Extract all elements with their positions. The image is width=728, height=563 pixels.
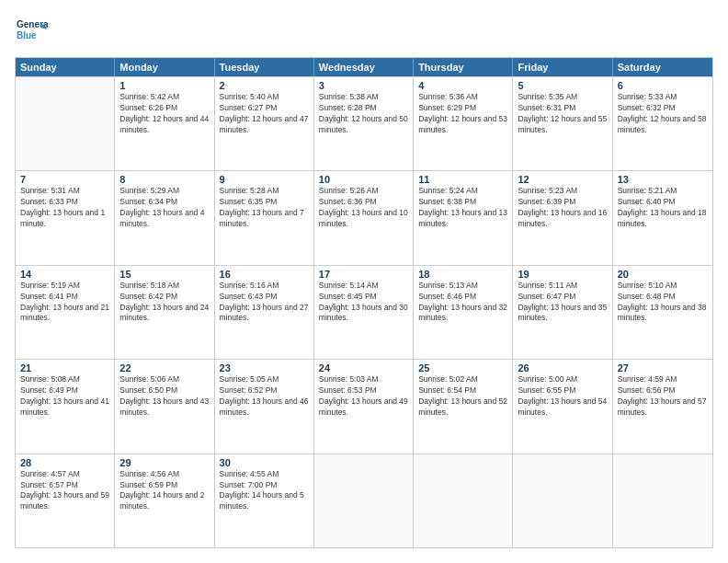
day-header-monday: Monday xyxy=(115,58,214,76)
day-cell-2: 2Sunrise: 5:40 AMSunset: 6:27 PMDaylight… xyxy=(215,77,314,170)
day-number: 25 xyxy=(418,362,507,373)
day-info: Sunrise: 5:42 AMSunset: 6:26 PMDaylight:… xyxy=(119,92,209,136)
day-info: Sunrise: 5:38 AMSunset: 6:28 PMDaylight:… xyxy=(319,92,408,136)
day-cell-12: 12Sunrise: 5:23 AMSunset: 6:39 PMDayligh… xyxy=(513,171,612,264)
day-header-wednesday: Wednesday xyxy=(314,58,414,76)
day-header-thursday: Thursday xyxy=(414,58,513,76)
day-cell-26: 26Sunrise: 5:00 AMSunset: 6:55 PMDayligh… xyxy=(513,360,612,453)
calendar-week-3: 21Sunrise: 5:08 AMSunset: 6:49 PMDayligh… xyxy=(16,359,712,453)
day-number: 8 xyxy=(119,174,209,185)
day-number: 24 xyxy=(319,362,408,373)
day-number: 6 xyxy=(618,80,708,91)
day-cell-6: 6Sunrise: 5:33 AMSunset: 6:32 PMDaylight… xyxy=(613,77,712,170)
day-info: Sunrise: 5:11 AMSunset: 6:47 PMDaylight:… xyxy=(518,281,607,325)
day-number: 9 xyxy=(220,174,309,185)
day-cell-1: 1Sunrise: 5:42 AMSunset: 6:26 PMDaylight… xyxy=(115,77,214,170)
day-info: Sunrise: 5:03 AMSunset: 6:53 PMDaylight:… xyxy=(319,374,408,419)
day-cell-20: 20Sunrise: 5:10 AMSunset: 6:48 PMDayligh… xyxy=(613,266,712,359)
day-cell-9: 9Sunrise: 5:28 AMSunset: 6:35 PMDaylight… xyxy=(215,171,314,264)
day-info: Sunrise: 5:14 AMSunset: 6:45 PMDaylight:… xyxy=(319,281,408,325)
logo: General Blue xyxy=(15,15,48,48)
day-header-friday: Friday xyxy=(513,58,612,76)
day-number: 18 xyxy=(418,269,507,280)
day-number: 2 xyxy=(220,80,309,91)
empty-cell xyxy=(16,77,115,170)
day-number: 16 xyxy=(220,269,309,280)
day-number: 20 xyxy=(618,269,708,280)
day-number: 15 xyxy=(119,269,209,280)
day-cell-13: 13Sunrise: 5:21 AMSunset: 6:40 PMDayligh… xyxy=(613,171,712,264)
day-info: Sunrise: 5:05 AMSunset: 6:52 PMDaylight:… xyxy=(220,374,309,419)
day-number: 30 xyxy=(220,457,309,468)
empty-cell xyxy=(513,454,612,547)
day-info: Sunrise: 5:31 AMSunset: 6:33 PMDaylight:… xyxy=(20,186,109,230)
day-cell-11: 11Sunrise: 5:24 AMSunset: 6:38 PMDayligh… xyxy=(414,171,513,264)
day-number: 7 xyxy=(20,174,109,185)
day-number: 11 xyxy=(418,174,507,185)
day-info: Sunrise: 4:55 AMSunset: 7:00 PMDaylight:… xyxy=(220,469,309,513)
day-number: 23 xyxy=(220,362,309,373)
day-info: Sunrise: 5:36 AMSunset: 6:29 PMDaylight:… xyxy=(418,92,507,136)
day-cell-28: 28Sunrise: 4:57 AMSunset: 6:57 PMDayligh… xyxy=(16,454,115,547)
day-cell-15: 15Sunrise: 5:18 AMSunset: 6:42 PMDayligh… xyxy=(115,266,214,359)
day-info: Sunrise: 4:59 AMSunset: 6:56 PMDaylight:… xyxy=(618,374,708,419)
day-info: Sunrise: 5:33 AMSunset: 6:32 PMDaylight:… xyxy=(618,92,708,136)
day-number: 10 xyxy=(319,174,408,185)
day-info: Sunrise: 5:19 AMSunset: 6:41 PMDaylight:… xyxy=(20,281,109,325)
day-cell-30: 30Sunrise: 4:55 AMSunset: 7:00 PMDayligh… xyxy=(215,454,314,547)
day-cell-3: 3Sunrise: 5:38 AMSunset: 6:28 PMDaylight… xyxy=(314,77,414,170)
day-info: Sunrise: 4:57 AMSunset: 6:57 PMDaylight:… xyxy=(20,469,109,513)
day-number: 1 xyxy=(119,80,209,91)
empty-cell xyxy=(314,454,414,547)
day-cell-16: 16Sunrise: 5:16 AMSunset: 6:43 PMDayligh… xyxy=(215,266,314,359)
day-cell-7: 7Sunrise: 5:31 AMSunset: 6:33 PMDaylight… xyxy=(16,171,115,264)
day-info: Sunrise: 4:56 AMSunset: 6:59 PMDaylight:… xyxy=(119,469,209,513)
calendar-week-1: 7Sunrise: 5:31 AMSunset: 6:33 PMDaylight… xyxy=(16,170,712,264)
empty-cell xyxy=(414,454,513,547)
day-number: 13 xyxy=(618,174,708,185)
day-cell-21: 21Sunrise: 5:08 AMSunset: 6:49 PMDayligh… xyxy=(16,360,115,453)
day-info: Sunrise: 5:28 AMSunset: 6:35 PMDaylight:… xyxy=(220,186,309,230)
day-number: 5 xyxy=(518,80,607,91)
page: General Blue SundayMondayTuesdayWednesda… xyxy=(0,0,728,563)
calendar-header: SundayMondayTuesdayWednesdayThursdayFrid… xyxy=(16,58,712,76)
day-info: Sunrise: 5:00 AMSunset: 6:55 PMDaylight:… xyxy=(518,374,607,419)
day-header-tuesday: Tuesday xyxy=(215,58,314,76)
day-cell-27: 27Sunrise: 4:59 AMSunset: 6:56 PMDayligh… xyxy=(613,360,712,453)
day-info: Sunrise: 5:18 AMSunset: 6:42 PMDaylight:… xyxy=(119,281,209,325)
day-cell-29: 29Sunrise: 4:56 AMSunset: 6:59 PMDayligh… xyxy=(115,454,214,547)
day-cell-23: 23Sunrise: 5:05 AMSunset: 6:52 PMDayligh… xyxy=(215,360,314,453)
day-cell-14: 14Sunrise: 5:19 AMSunset: 6:41 PMDayligh… xyxy=(16,266,115,359)
day-cell-25: 25Sunrise: 5:02 AMSunset: 6:54 PMDayligh… xyxy=(414,360,513,453)
calendar-body: 1Sunrise: 5:42 AMSunset: 6:26 PMDaylight… xyxy=(16,76,712,547)
day-cell-10: 10Sunrise: 5:26 AMSunset: 6:36 PMDayligh… xyxy=(314,171,414,264)
day-cell-24: 24Sunrise: 5:03 AMSunset: 6:53 PMDayligh… xyxy=(314,360,414,453)
svg-text:Blue: Blue xyxy=(17,30,37,40)
day-number: 17 xyxy=(319,269,408,280)
header: General Blue xyxy=(15,15,713,48)
day-info: Sunrise: 5:02 AMSunset: 6:54 PMDaylight:… xyxy=(418,374,507,419)
day-number: 14 xyxy=(20,269,109,280)
day-info: Sunrise: 5:13 AMSunset: 6:46 PMDaylight:… xyxy=(418,281,507,325)
day-info: Sunrise: 5:10 AMSunset: 6:48 PMDaylight:… xyxy=(618,281,708,325)
calendar: SundayMondayTuesdayWednesdayThursdayFrid… xyxy=(15,57,713,548)
day-info: Sunrise: 5:21 AMSunset: 6:40 PMDaylight:… xyxy=(618,186,708,230)
day-header-saturday: Saturday xyxy=(613,58,712,76)
day-info: Sunrise: 5:40 AMSunset: 6:27 PMDaylight:… xyxy=(220,92,309,136)
empty-cell xyxy=(613,454,712,547)
day-info: Sunrise: 5:35 AMSunset: 6:31 PMDaylight:… xyxy=(518,92,607,136)
day-info: Sunrise: 5:24 AMSunset: 6:38 PMDaylight:… xyxy=(418,186,507,230)
day-info: Sunrise: 5:16 AMSunset: 6:43 PMDaylight:… xyxy=(220,281,309,325)
day-info: Sunrise: 5:26 AMSunset: 6:36 PMDaylight:… xyxy=(319,186,408,230)
day-cell-8: 8Sunrise: 5:29 AMSunset: 6:34 PMDaylight… xyxy=(115,171,214,264)
day-number: 27 xyxy=(618,362,708,373)
day-info: Sunrise: 5:23 AMSunset: 6:39 PMDaylight:… xyxy=(518,186,607,230)
day-header-sunday: Sunday xyxy=(16,58,115,76)
day-cell-17: 17Sunrise: 5:14 AMSunset: 6:45 PMDayligh… xyxy=(314,266,414,359)
day-number: 19 xyxy=(518,269,607,280)
day-number: 26 xyxy=(518,362,607,373)
calendar-week-4: 28Sunrise: 4:57 AMSunset: 6:57 PMDayligh… xyxy=(16,454,712,547)
calendar-week-2: 14Sunrise: 5:19 AMSunset: 6:41 PMDayligh… xyxy=(16,265,712,359)
day-number: 28 xyxy=(20,457,109,468)
day-number: 29 xyxy=(119,457,209,468)
